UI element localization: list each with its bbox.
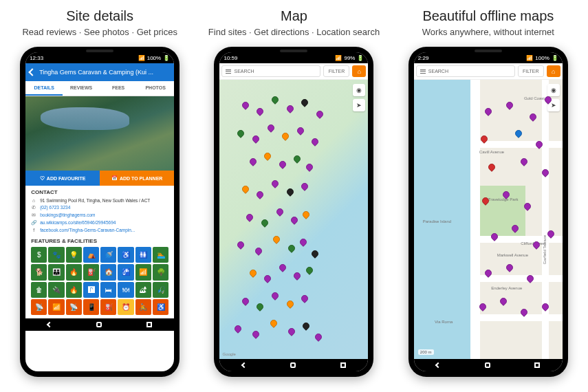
map-pin[interactable] [254,246,263,256]
facility-tile[interactable]: 🔌 [48,282,64,298]
layers-button[interactable]: ◉ [353,84,365,96]
map-pin[interactable] [263,274,272,283]
facility-tile[interactable]: ⛽ [100,299,116,315]
map-pin[interactable] [314,332,323,342]
map-pin[interactable] [248,157,258,166]
map-pin[interactable] [305,265,314,275]
facility-tile[interactable]: 🚿 [100,247,116,263]
facility-tile[interactable]: 🅿 [83,282,99,298]
nav-back-button[interactable] [47,322,52,327]
map-pin[interactable] [528,112,538,122]
map-pin[interactable] [285,187,295,197]
map-pin[interactable] [301,210,311,219]
map-pin[interactable] [260,218,270,228]
map-pin[interactable] [505,100,514,110]
map-pin[interactable] [487,162,497,172]
tab-reviews[interactable]: REVIEWS [63,81,100,96]
facility-tile[interactable]: 🏠 [100,264,116,280]
add-planner-button[interactable]: 📅ADD TO PLANNER [100,171,174,186]
nav-home-button[interactable] [290,362,296,368]
nav-back-button[interactable] [241,362,247,368]
map-pin[interactable] [296,126,305,135]
facility-tile[interactable]: 💡 [66,247,82,263]
search-input[interactable]: SEARCH [221,65,320,77]
map-pin[interactable] [241,100,250,110]
map-pin[interactable] [241,184,250,194]
facility-tile[interactable]: 👪 [48,264,64,280]
layers-button[interactable]: ◉ [547,84,560,96]
map-pin[interactable] [287,243,296,252]
map-pin[interactable] [310,249,320,259]
map-pin[interactable] [236,129,246,138]
facility-tile[interactable]: 📡 [66,299,82,315]
contact-facebook[interactable]: facebook.com/Tingha-Gems-Caravan-Campin.… [40,228,135,232]
facility-tile[interactable]: 🔥 [66,264,82,280]
facility-tile[interactable]: 🏊 [153,247,168,263]
map-pin[interactable] [251,329,261,339]
facility-tile[interactable]: 🛏 [100,282,116,298]
facility-tile[interactable]: 🎣 [153,282,168,298]
map-pin[interactable] [272,235,281,244]
map-pin[interactable] [514,129,523,138]
facility-tile[interactable]: 🏕 [135,282,151,298]
facility-tile[interactable]: 📶 [48,299,64,315]
facility-tile[interactable]: ⛽ [83,264,99,280]
contact-email[interactable]: bookings@tinghagems.com [40,213,95,217]
map-pin[interactable] [505,263,514,272]
facility-tile[interactable]: ⛺ [83,247,99,263]
facility-tile[interactable]: 🐕 [31,264,47,280]
map-pin[interactable] [310,137,320,146]
locate-button[interactable]: ➤ [353,99,365,111]
contact-url[interactable]: au.wikicamps.co/site/65946/29945694 [40,220,116,225]
map-pin[interactable] [285,299,295,309]
map-pin[interactable] [315,109,325,119]
nav-home-button[interactable] [485,362,490,368]
map-pin[interactable] [255,190,265,199]
map-pin[interactable] [290,215,299,225]
map-pin[interactable] [292,154,302,164]
facility-tile[interactable]: ⏰ [118,299,133,315]
map-pin[interactable] [274,207,284,217]
map-pin[interactable] [278,160,287,169]
map-pin[interactable] [287,327,296,336]
map-pin[interactable] [483,107,493,116]
facility-tile[interactable]: 🚻 [135,247,151,263]
facility-tile[interactable]: 🚴 [135,299,151,315]
map-pin[interactable] [245,213,254,222]
map-pin[interactable] [300,294,309,303]
map-pin[interactable] [241,296,250,306]
map-pin[interactable] [519,157,529,166]
tab-details[interactable]: DETAILS [25,81,63,96]
menu-icon[interactable] [226,69,231,74]
facility-tile[interactable]: 🗑 [31,282,47,298]
filter-button[interactable]: FILTER [518,65,544,77]
map-pin[interactable] [266,123,276,133]
facility-tile[interactable]: $ [31,247,47,263]
site-hero-image[interactable] [25,96,174,171]
facility-tile[interactable]: 📶 [135,264,151,280]
facility-tile[interactable]: 🐾 [48,247,64,263]
nav-recent-button[interactable] [340,362,346,368]
search-input[interactable]: SEARCH [416,65,515,77]
map-pin[interactable] [255,107,265,116]
home-button[interactable]: ⌂ [547,65,560,77]
offline-map-canvas[interactable]: Gold Coast Cavill Avenue Paradise Island… [414,80,563,359]
map-pin[interactable] [255,302,265,312]
map-pin[interactable] [270,179,280,188]
tab-fees[interactable]: FEES [100,81,137,96]
facility-tile[interactable]: ♿ [153,299,168,315]
map-pin[interactable] [248,268,258,278]
map-pin[interactable] [270,95,280,105]
map-pin[interactable] [298,237,308,247]
map-pin[interactable] [285,103,295,113]
facility-tile[interactable]: 🍽 [118,282,133,298]
nav-back-button[interactable] [435,362,441,368]
map-pin[interactable] [305,162,314,172]
facility-tile[interactable]: 📱 [83,299,99,315]
map-pin[interactable] [300,98,309,107]
map-pin[interactable] [301,321,311,331]
facility-tile[interactable]: ♿ [118,247,133,263]
menu-icon[interactable] [420,69,426,74]
nav-home-button[interactable] [96,322,102,327]
home-button[interactable]: ⌂ [352,65,366,77]
